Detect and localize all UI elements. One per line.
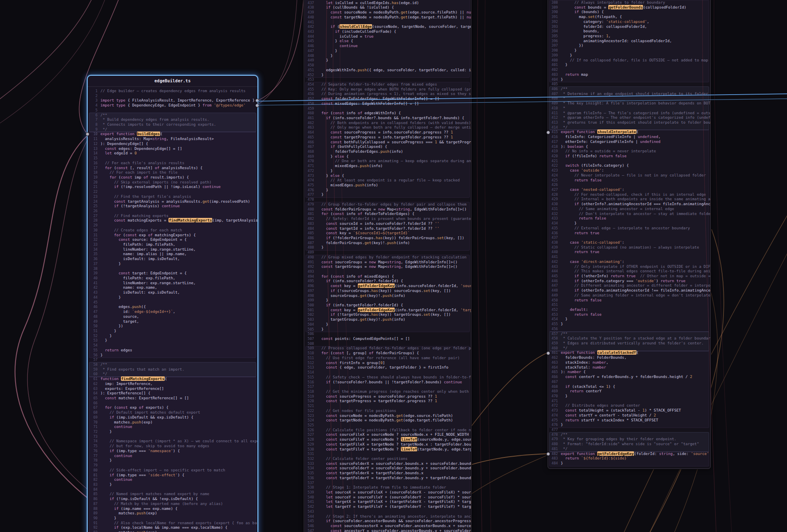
code-line: 506 xyxy=(304,331,471,336)
code-line: 454 // Separate folder-to-folder edges f… xyxy=(304,82,471,87)
highlighted-identifier[interactable]: lineToY xyxy=(401,437,418,441)
code-line: 523 const sourceNode = nodesByPath.get(e… xyxy=(304,413,471,418)
code-line: 501 const key = getFolderEdgeKey(info.ta… xyxy=(304,308,471,312)
code-line: 82 continue xyxy=(88,477,257,482)
line-number: 526 xyxy=(304,428,314,432)
line-number: 408 xyxy=(548,96,558,101)
highlighted-identifier[interactable]: getFolderBounds xyxy=(608,5,643,9)
code-line: 8 * Connects imports to their correspond… xyxy=(88,122,257,127)
code-line: 528 const sourceFileY = sourceNode ? lin… xyxy=(304,437,471,442)
code-line: 451 edgesWithInfo.push({ edge, sourceFol… xyxy=(304,68,471,72)
code-line: 478 xyxy=(304,197,471,202)
line-number: 469 xyxy=(548,389,558,394)
highlighted-identifier[interactable]: findMatchingExports xyxy=(121,376,165,381)
line-number: 63 xyxy=(88,387,98,391)
line-number: 535 xyxy=(304,471,314,475)
code-line: 499 } xyxy=(304,298,471,303)
code-line: 39 const target: EdgeEndpoint = { xyxy=(88,271,257,276)
line-number: 457 xyxy=(548,332,558,336)
code-line: 54 xyxy=(88,343,257,348)
highlighted-identifier[interactable]: getFolderEdgeKey xyxy=(597,451,635,456)
line-number: 45 xyxy=(88,300,98,305)
line-number: 473 xyxy=(548,408,558,413)
code-line: 494 for (const info of mixedEdges) { xyxy=(304,274,471,279)
line-number: 78 xyxy=(88,458,98,463)
line-number: 448 xyxy=(548,288,558,293)
line-number: 495 xyxy=(304,279,314,283)
code-line: 78 } xyxy=(88,458,257,463)
line-number: 472 xyxy=(304,169,314,173)
code-line: 467 xyxy=(548,379,710,384)
code-line: 11 analysisResults: Map<string, FileAnal… xyxy=(88,136,257,141)
line-number: 529 xyxy=(304,442,314,447)
line-number: 41 xyxy=(88,281,98,285)
file-card-right-file[interactable]: 388 // Always interpolate to folder boun… xyxy=(548,0,711,469)
code-line: 32 const source: EdgeEndpoint = { xyxy=(88,237,257,242)
line-number: 19 xyxy=(88,175,98,180)
line-number: 69 xyxy=(88,415,98,420)
highlighted-identifier[interactable]: shouldCullEdge xyxy=(339,24,372,29)
line-number: 5 xyxy=(88,108,98,113)
line-number: 56 xyxy=(88,353,98,358)
code-line: 507 const points: ComputedEdgePoints[] =… xyxy=(304,336,471,341)
line-number: 461 xyxy=(304,116,314,120)
highlighted-identifier[interactable]: buildEdges xyxy=(137,131,160,136)
line-number: 7 xyxy=(88,118,98,122)
code-line: 425 return false xyxy=(548,178,710,183)
code-line: 441 xyxy=(548,254,710,259)
line-number: 39 xyxy=(88,271,98,276)
line-number: 489 xyxy=(304,250,314,255)
line-number: 463 xyxy=(304,125,314,130)
code-line: 57 xyxy=(88,357,257,362)
line-number: 424 xyxy=(548,173,558,178)
line-number: 488 xyxy=(304,245,314,250)
line-number: 389 xyxy=(548,5,558,10)
line-number: 502 xyxy=(304,312,314,317)
line-number: 414 xyxy=(548,125,558,130)
code-line: 515 // Safety check — these should alway… xyxy=(304,375,471,380)
line-number: 522 xyxy=(304,409,314,413)
highlighted-identifier[interactable]: calculateStackedY xyxy=(597,350,637,355)
file-card-edgebuilder[interactable]: edgeBuilder.ts1// Edge builder — creates… xyxy=(87,75,258,532)
line-number: 492 xyxy=(304,265,314,269)
code-line: 450 xyxy=(304,63,471,68)
code-line: 471 mixedEdges.push(info) xyxy=(304,163,471,168)
code-line: 476 } xyxy=(304,188,471,192)
code-line: 444 // This makes internal edges connect… xyxy=(548,269,710,274)
line-number: 22 xyxy=(88,190,98,194)
code-line: 27 // Find matching exports xyxy=(88,213,257,218)
line-number: 392 xyxy=(548,20,558,24)
code-line: 496 const key = getFolderEdgeKey(info.so… xyxy=(304,283,471,288)
code-line: 13 const edges: DependencyEdge[] = [] xyxy=(88,146,257,151)
line-number: 504 xyxy=(304,322,314,327)
line-number: 432 xyxy=(548,212,558,216)
code-line: 15 xyxy=(88,156,257,161)
code-line: 41 lineNumber: exp.range.startLine, xyxy=(88,281,257,285)
line-number: 17 xyxy=(88,166,98,170)
graph-canvas[interactable]: edgeBuilder.ts1// Edge builder — creates… xyxy=(0,0,787,532)
line-number: 428 xyxy=(548,192,558,197)
line-number: 483 xyxy=(548,456,558,461)
line-number: 465 xyxy=(548,370,558,374)
file-card-middle-file[interactable]: 436 // (or mark as culled for fade anima… xyxy=(304,0,471,532)
highlighted-identifier[interactable]: shouldInterpolate xyxy=(597,129,637,134)
line-number: 66 xyxy=(88,401,98,405)
code-line: 414 */ xyxy=(548,125,710,130)
highlighted-identifier[interactable]: getFolderEdgeKey xyxy=(358,283,395,288)
code-line: 407 * Determine if an edge endpoint shou… xyxy=(548,91,710,96)
line-number: 71 xyxy=(88,425,98,429)
highlighted-identifier[interactable]: findMatchingExports xyxy=(168,218,212,222)
line-number: 405 xyxy=(548,82,558,86)
line-number: 437 xyxy=(548,235,558,240)
line-number: 478 xyxy=(548,432,558,437)
code-line: 422 switch (fileInfo.category) { xyxy=(548,163,710,168)
code-line: 421 xyxy=(548,158,710,163)
highlighted-identifier[interactable]: lineToY xyxy=(401,447,418,451)
line-number: 475 xyxy=(548,418,558,423)
code-line: 477 } xyxy=(304,192,471,197)
code-line: 457/** xyxy=(548,331,710,336)
code-line: 440 const targetNode = nodesByPath.get(e… xyxy=(304,15,471,20)
highlighted-identifier[interactable]: getFolderEdgeKey xyxy=(358,308,395,312)
code-line: 20 // Skip external imports (no resolved… xyxy=(88,180,257,185)
code-line: 469 return centerY xyxy=(548,389,710,394)
